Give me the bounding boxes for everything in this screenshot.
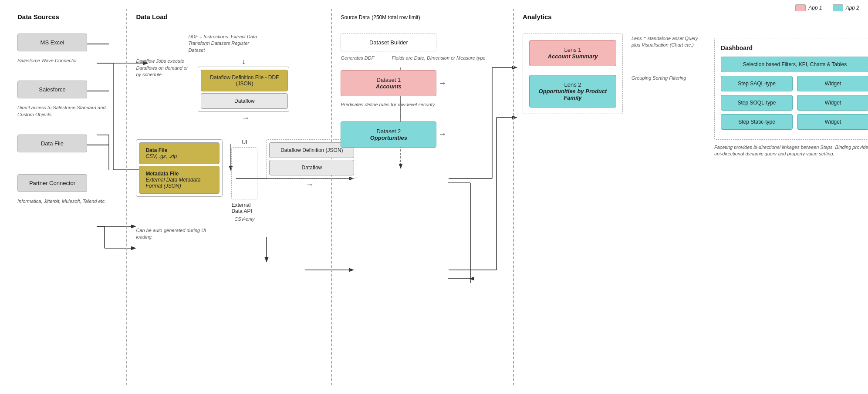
- datafile-label: Data File: [41, 140, 64, 147]
- ddf-fields-notes: Generates DDF Fields are Date, Dimension…: [341, 55, 504, 61]
- dataset1-wrapper: Dataset 1 Accounts →: [341, 70, 504, 96]
- partner-connector-label: Partner Connector: [29, 180, 75, 186]
- auto-generate-note: Can be auto-generated during UI loading.: [136, 227, 214, 241]
- lens-note: Lens = standalone asset Query plus Visua…: [632, 35, 701, 49]
- dataset1-sub: Accounts: [376, 83, 402, 90]
- col-datasources-header: Data Sources: [17, 13, 118, 20]
- predicates-note: Predicates define rules for row-level se…: [341, 101, 436, 108]
- external-data-api-label: External Data API: [231, 202, 257, 214]
- data-file-box: Data File CSV, .gz, .zip: [139, 142, 220, 164]
- sourcedata-content: Dataset Builder Generates DDF Fields are…: [341, 34, 504, 148]
- salesforce-row: Salesforce: [17, 81, 118, 101]
- col-dataload: Data Load DDF = Instructions: Extract Da…: [127, 9, 332, 385]
- partner-connector-box: Partner Connector: [17, 174, 87, 192]
- faceting-note: Faceting provides bi-directional linkage…: [714, 144, 868, 158]
- dashboard-row2: Step SOQL-type Widget: [721, 95, 868, 111]
- dataset2-label: Dataset 2: [377, 128, 401, 135]
- col-analytics-header: Analytics: [523, 13, 851, 20]
- dashboard-step2: Step SOQL-type: [721, 95, 793, 111]
- dataset2-wrapper: Dataset 2 Opportunities →: [341, 121, 504, 148]
- diagram-container: App 1 App 2: [0, 0, 868, 394]
- dashboard-step1: Step SAQL-type: [721, 76, 793, 91]
- ms-excel-row: MS Excel: [17, 34, 118, 54]
- fields-note: Fields are Date, Dimension or Measure ty…: [392, 55, 485, 61]
- dataset1-arrows: →: [438, 79, 446, 88]
- lens1-box: Lens 1 Account Summary: [529, 40, 616, 66]
- salesforce-box: Salesforce: [17, 81, 87, 98]
- generates-ddf-note: Generates DDF: [341, 55, 374, 61]
- dataset2-box: Dataset 2 Opportunities: [341, 121, 436, 148]
- api-group: UI External Data API CSV-only: [231, 139, 257, 222]
- dataflow-box: Dataflow: [201, 93, 288, 109]
- dataset-builder-box: Dataset Builder: [341, 34, 436, 51]
- lens-notes: Lens = standalone asset Query plus Visua…: [632, 35, 701, 81]
- dashboard-title: Dashboard: [721, 44, 868, 51]
- dataset-builder-wrapper: Dataset Builder: [341, 34, 504, 51]
- dashboard-widget2: Widget: [797, 95, 868, 111]
- columns: Data Sources MS Excel Salesforce Wave Co…: [9, 9, 859, 385]
- dashboard-step3: Step Static-type: [721, 114, 793, 130]
- datafile-box: Data File: [17, 135, 87, 152]
- dashboard-row1: Step SAQL-type Widget: [721, 76, 868, 91]
- lower-dataload-group: Data File CSV, .gz, .zip Metadata File E…: [136, 139, 322, 222]
- analytics-content: Lens 1 Account Summary Lens 2 Opportunit…: [523, 34, 851, 158]
- dashboard-row3: Step Static-type Widget: [721, 114, 868, 130]
- lens2-box: Lens 2 Opportunities by Product Family: [529, 75, 616, 108]
- lens-group: Lens 1 Account Summary Lens 2 Opportunit…: [523, 34, 623, 114]
- dataset-builder-label: Dataset Builder: [369, 39, 408, 46]
- ddf-group-box: Dataflow Definition File - DDF (JSON) Da…: [198, 67, 289, 112]
- ui-label: UI: [242, 139, 247, 145]
- col-sourcedata: Source Data (250M total row limit) Datas…: [332, 9, 514, 385]
- dataset1-label: Dataset 1: [377, 77, 401, 83]
- lens2-label: Lens 2: [538, 81, 607, 88]
- salesforce-sublabel: Direct access to Salesforce Standard and…: [17, 104, 118, 118]
- api-dashed-box: [231, 147, 257, 199]
- dashboard-filter-btn: Selection based Filters, KPI, Charts & T…: [721, 57, 868, 72]
- file-metadata-group: Data File CSV, .gz, .zip Metadata File E…: [136, 139, 223, 197]
- sourcedata-header-note: (250M total row limit): [372, 14, 420, 20]
- dataflow-jobs-note: Dataflow Jobs execute Dataflows on deman…: [136, 58, 193, 78]
- dataload-content: DDF = Instructions: Extract Data Transfo…: [136, 34, 322, 240]
- dataflow-label: Dataflow: [234, 98, 255, 104]
- dashboard-box: Dashboard Selection based Filters, KPI, …: [714, 38, 868, 140]
- col-sourcedata-header: Source Data (250M total row limit): [341, 13, 504, 20]
- datasources-content: MS Excel Salesforce Wave Connector Sales…: [17, 34, 118, 213]
- dashboard-widget3: Widget: [797, 114, 868, 130]
- metadata-title: Metadata File: [145, 171, 179, 177]
- dataset2-sub: Opportunities: [370, 135, 407, 141]
- upper-ddf-group: Dataflow Jobs execute Dataflows on deman…: [136, 58, 322, 123]
- dataset1-box: Dataset 1 Accounts: [341, 70, 436, 96]
- ms-excel-connector: [87, 44, 109, 44]
- salesforce-label: Salesforce: [39, 86, 65, 93]
- analytics-top: Lens 1 Account Summary Lens 2 Opportunit…: [523, 34, 851, 158]
- metadata-sub: External Data Metadata Format (JSON): [145, 177, 200, 189]
- ms-excel-label: MS Excel: [41, 39, 64, 46]
- dataset2-arrow: →: [438, 130, 446, 139]
- ms-excel-sublabel: Salesforce Wave Connector: [17, 57, 118, 64]
- datafile-row: Data File: [17, 135, 118, 155]
- metadata-box: Metadata File External Data Metadata For…: [139, 166, 220, 194]
- dashboard-wrapper: Dashboard Selection based Filters, KPI, …: [714, 34, 868, 158]
- ms-excel-box: MS Excel: [17, 34, 87, 51]
- dataflow2-label: Dataflow: [302, 165, 322, 171]
- csv-only-label: CSV-only: [234, 216, 254, 222]
- ddf-note: DDF = Instructions: Extract Data Transfo…: [188, 34, 258, 54]
- lens2-sub: Opportunities by Product Family: [538, 88, 607, 101]
- col-dataload-header: Data Load: [136, 13, 322, 20]
- lens1-sub: Account Summary: [538, 53, 607, 60]
- grouping-note: Grouping Sorting Filtering: [632, 75, 688, 81]
- partner-connector-row: Partner Connector: [17, 174, 118, 195]
- ddf-box-label: Dataflow Definition File - DDF (JSON): [210, 74, 279, 87]
- col-datasources: Data Sources MS Excel Salesforce Wave Co…: [9, 9, 127, 385]
- salesforce-connector: [87, 91, 109, 91]
- partner-connector-sublabel: Informatica, Jitterbit, Mulesoft, Talend…: [17, 198, 118, 205]
- data-file-sub: CSV, .gz, .zip: [145, 153, 177, 159]
- lens1-label: Lens 1: [538, 47, 607, 53]
- col-analytics: Analytics Lens 1 Account Summary Lens 2 …: [514, 9, 859, 385]
- ddf-box: Dataflow Definition File - DDF (JSON): [201, 70, 288, 91]
- datafile-connector: [87, 145, 109, 145]
- dashboard-widget1: Widget: [797, 76, 868, 91]
- data-file-title: Data File: [145, 147, 167, 153]
